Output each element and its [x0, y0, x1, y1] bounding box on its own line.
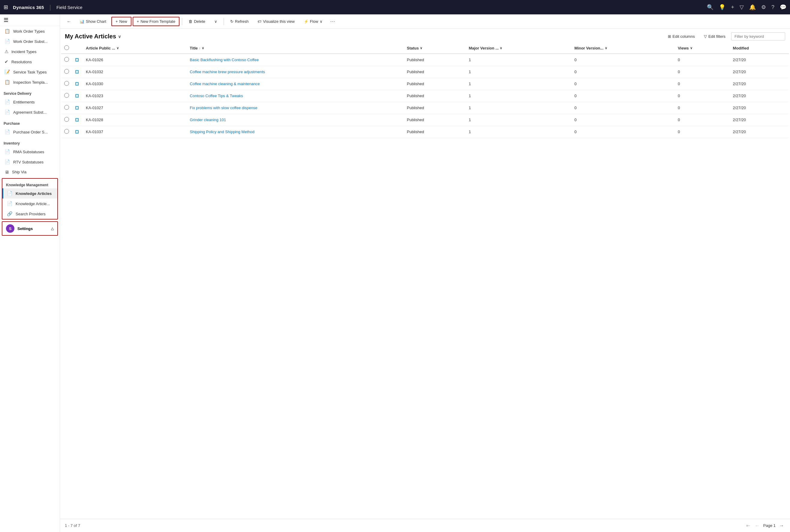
first-page-button[interactable]: ⇤ — [745, 521, 751, 530]
sidebar-item-ship-via[interactable]: 🖥 Ship Via — [0, 167, 60, 177]
sidebar-label-incident-types: Incident Types — [12, 50, 37, 54]
col-header-views[interactable]: Views ∨ — [675, 43, 730, 54]
select-all-header[interactable] — [61, 43, 72, 54]
waffle-icon[interactable]: ⊞ — [4, 4, 8, 11]
col-chevron-major-version[interactable]: ∨ — [500, 46, 502, 50]
edit-columns-button[interactable]: ⊞ Edit columns — [664, 32, 698, 40]
sidebar-item-entitlements[interactable]: 📄 Entitlements — [0, 97, 60, 107]
settings-icon[interactable]: ⚙ — [761, 4, 766, 11]
filter-icon[interactable]: ▽ — [739, 4, 744, 11]
cell-title[interactable]: Coffee machine brew pressure adjustments — [187, 66, 404, 78]
add-icon[interactable]: + — [731, 4, 734, 11]
back-button[interactable]: ← — [63, 17, 74, 26]
visualize-button[interactable]: 🏷 Visualize this view — [254, 17, 298, 26]
col-header-major-version[interactable]: Major Version ... ∨ — [466, 43, 571, 54]
col-chevron-status[interactable]: ∨ — [420, 46, 422, 50]
table-row[interactable]: ⛋ KA-01037 Shipping Policy and Shipping … — [61, 126, 789, 138]
edit-columns-label: Edit columns — [673, 34, 695, 39]
table-row[interactable]: ⛋ KA-01030 Coffee machine cleaning & mai… — [61, 78, 789, 90]
row-checkbox-cell[interactable] — [61, 126, 72, 138]
help-icon[interactable]: ? — [771, 4, 774, 11]
next-page-button[interactable]: → — [778, 522, 785, 530]
col-chevron-minor-version[interactable]: ∨ — [605, 46, 607, 50]
hamburger-icon[interactable]: ☰ — [4, 17, 8, 23]
row-checkbox-cell[interactable] — [61, 54, 72, 66]
row-checkbox-cell[interactable] — [61, 78, 72, 90]
sidebar-item-agreement-subst[interactable]: 📄 Agreement Subst... — [0, 107, 60, 117]
row-checkbox-cell[interactable] — [61, 66, 72, 78]
col-header-modified[interactable]: Modified — [730, 43, 789, 54]
sidebar-item-work-order-subst[interactable]: 📄 Work Order Subst... — [0, 36, 60, 46]
row-checkbox-cell[interactable] — [61, 114, 72, 126]
row-checkbox-1[interactable] — [64, 57, 69, 62]
delete-chevron-button[interactable]: ∨ — [210, 17, 221, 26]
cell-modified: 2/27/20 — [730, 66, 789, 78]
table-row[interactable]: ⛋ KA-01027 Fix problems with slow coffee… — [61, 102, 789, 114]
col-chevron-views[interactable]: ∨ — [690, 46, 693, 50]
chat-icon[interactable]: 💬 — [780, 4, 786, 11]
show-chart-button[interactable]: 📊 Show Chart — [76, 17, 110, 26]
row-checkbox-4[interactable] — [64, 93, 69, 98]
new-button[interactable]: + New — [111, 17, 131, 26]
sidebar-item-rtv-substatuses[interactable]: 📄 RTV Substatuses — [0, 157, 60, 167]
app-name-label: Field Service — [56, 5, 82, 10]
cell-views: 0 — [675, 78, 730, 90]
cell-title[interactable]: Contoso Coffee Tips & Tweaks — [187, 90, 404, 102]
col-header-article-public-number[interactable]: Article Public ... ∨ — [83, 43, 187, 54]
table-row[interactable]: ⛋ KA-01028 Grinder cleaning 101 Publishe… — [61, 114, 789, 126]
edit-filters-button[interactable]: ▽ Edit filters — [701, 32, 729, 40]
sidebar-item-knowledge-articles[interactable]: 📄 Knowledge Articles — [2, 188, 57, 198]
row-checkbox-cell[interactable] — [61, 102, 72, 114]
sidebar-item-rma-substatuses[interactable]: 📄 RMA Substatuses — [0, 147, 60, 157]
col-chevron-article-public-number[interactable]: ∨ — [116, 46, 119, 50]
sort-icon-title[interactable]: ↑ — [199, 46, 201, 50]
col-chevron-title[interactable]: ∨ — [202, 46, 204, 50]
settings-chevron-icon: △ — [51, 226, 54, 231]
cell-title[interactable]: Coffee machine cleaning & maintenance — [187, 78, 404, 90]
cell-title[interactable]: Grinder cleaning 101 — [187, 114, 404, 126]
cell-title[interactable]: Fix problems with slow coffee dispense — [187, 102, 404, 114]
sidebar-item-service-task-types[interactable]: 📝 Service Task Types — [0, 67, 60, 77]
cell-modified: 2/27/20 — [730, 54, 789, 66]
row-checkbox-6[interactable] — [64, 117, 69, 122]
cell-status: Published — [404, 78, 466, 90]
table-row[interactable]: ⛋ KA-01026 Basic Backflushing with Conto… — [61, 54, 789, 66]
lightbulb-icon[interactable]: 💡 — [719, 4, 725, 11]
sidebar-item-purchase-order-s[interactable]: 📄 Purchase Order S... — [0, 127, 60, 137]
cell-title[interactable]: Shipping Policy and Shipping Method — [187, 126, 404, 138]
delete-button[interactable]: 🗑 Delete — [185, 17, 209, 26]
notification-icon[interactable]: 🔔 — [749, 4, 756, 11]
table-row[interactable]: ⛋ KA-01023 Contoso Coffee Tips & Tweaks … — [61, 90, 789, 102]
row-checkbox-3[interactable] — [64, 81, 69, 86]
more-options-button[interactable]: ⋯ — [328, 17, 337, 26]
cell-title[interactable]: Basic Backflushing with Contoso Coffee — [187, 54, 404, 66]
prev-page-button[interactable]: ← — [754, 522, 761, 530]
col-header-status[interactable]: Status ∨ — [404, 43, 466, 54]
flow-button[interactable]: ⚡ Flow ∨ — [300, 17, 327, 26]
grid-actions: ⊞ Edit columns ▽ Edit filters — [664, 32, 786, 40]
sidebar-item-search-providers[interactable]: 🔗 Search Providers — [2, 209, 57, 219]
row-checkbox-5[interactable] — [64, 105, 69, 110]
cell-major-version: 1 — [466, 126, 571, 138]
row-checkbox-7[interactable] — [64, 129, 69, 134]
search-icon[interactable]: 🔍 — [707, 4, 714, 11]
sidebar-item-work-order-types[interactable]: 📋 Work Order Types — [0, 26, 60, 36]
sidebar-item-incident-types[interactable]: ⚠ Incident Types — [0, 46, 60, 57]
select-all-checkbox[interactable] — [64, 45, 69, 50]
row-checkbox-2[interactable] — [64, 69, 69, 74]
settings-footer[interactable]: S Settings △ — [2, 221, 58, 236]
row-checkbox-cell[interactable] — [61, 90, 72, 102]
grid-title[interactable]: My Active Articles ∨ — [65, 33, 121, 40]
sidebar-item-knowledge-article-[interactable]: 📄 Knowledge Article... — [2, 198, 57, 209]
col-header-minor-version[interactable]: Minor Version... ∨ — [571, 43, 675, 54]
sidebar-top: ☰ — [0, 14, 60, 26]
filter-keyword-input[interactable] — [731, 32, 785, 40]
agreement-subst-icon: 📄 — [4, 110, 10, 115]
new-from-template-button[interactable]: + New From Template — [133, 17, 180, 26]
incident-types-icon: ⚠ — [4, 49, 8, 54]
sidebar-item-inspection-templa[interactable]: 📋 Inspection Templa... — [0, 77, 60, 87]
table-row[interactable]: ⛋ KA-01032 Coffee machine brew pressure … — [61, 66, 789, 78]
sidebar-item-resolutions[interactable]: ✔ Resolutions — [0, 57, 60, 67]
refresh-button[interactable]: ↻ Refresh — [226, 17, 253, 26]
col-header-title[interactable]: Title ↑ ∨ — [187, 43, 404, 54]
